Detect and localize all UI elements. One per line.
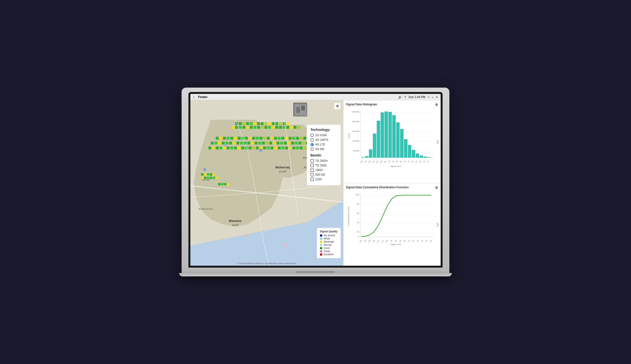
- svg-rect-84: [273, 142, 276, 144]
- svg-rect-179: [400, 129, 404, 158]
- svg-rect-30: [261, 126, 264, 129]
- cdf-nav-right[interactable]: ❯: [436, 222, 439, 227]
- svg-rect-58: [278, 137, 281, 140]
- checkbox-td2600[interactable]: [310, 164, 314, 167]
- tech-3g-label: 3G UMTS: [315, 138, 328, 142]
- svg-rect-12: [253, 122, 256, 125]
- svg-rect-34: [275, 126, 278, 129]
- svg-rect-140: [213, 173, 215, 176]
- svg-text:-49: -49: [426, 160, 429, 163]
- legend-good: Good: [320, 247, 338, 250]
- svg-rect-68: [215, 142, 217, 144]
- laptop-outer:  Finder 🔊 † Sun 1:44 PM ≈ ⌕ ≡: [182, 88, 449, 276]
- cdf-settings-button[interactable]: ⚙: [435, 186, 438, 190]
- band-td2600plus-item[interactable]: TD 2600+: [310, 159, 337, 162]
- svg-text:-135: -135: [363, 240, 366, 243]
- svg-rect-16: [268, 122, 271, 125]
- histogram-nav-right[interactable]: ❯: [436, 139, 439, 144]
- svg-rect-114: [274, 146, 277, 150]
- svg-rect-151: [204, 168, 206, 171]
- band-1800plus-label: 1800+: [315, 168, 324, 172]
- svg-text:-90: -90: [394, 240, 397, 242]
- svg-rect-102: [230, 146, 233, 150]
- cdf-section: Signal Data Cumulative Distribution Func…: [343, 183, 441, 266]
- svg-text:0: 0: [358, 236, 359, 238]
- band-1800plus-item[interactable]: 1800+: [310, 168, 337, 172]
- time-display: Sun 1:44 PM: [408, 96, 425, 99]
- band-800dd-item[interactable]: 800 DD: [310, 173, 337, 176]
- checkbox-1800plus[interactable]: [310, 168, 314, 172]
- svg-text:Muharraq: Muharraq: [275, 166, 290, 169]
- tech-3g-item[interactable]: 3G UMTS: [310, 138, 337, 142]
- radio-2g[interactable]: [310, 134, 314, 137]
- svg-rect-155: [245, 234, 247, 236]
- svg-rect-143: [207, 177, 209, 179]
- svg-text:20: 20: [357, 231, 359, 233]
- svg-rect-181: [408, 145, 411, 158]
- svg-rect-150: [227, 183, 229, 186]
- tech-2g-item[interactable]: 2G GSM: [310, 134, 337, 137]
- svg-text:-110: -110: [380, 240, 384, 243]
- svg-rect-146: [216, 177, 218, 179]
- band-2100-item[interactable]: 2100: [310, 178, 337, 181]
- svg-rect-86: [280, 142, 283, 144]
- svg-rect-15: [264, 122, 267, 125]
- svg-rect-32: [268, 126, 271, 129]
- search-icon[interactable]: ⌕: [432, 96, 434, 99]
- svg-text:50,000: 50,000: [353, 150, 359, 152]
- label-no-service: No service: [324, 234, 335, 237]
- svg-rect-10: [246, 122, 249, 125]
- svg-rect-33: [272, 126, 275, 129]
- svg-rect-117: [285, 146, 288, 150]
- checkbox-800dd[interactable]: [310, 173, 314, 176]
- cdf-chart: 100 80 60 40 20 0: [346, 192, 438, 246]
- svg-text:-85: -85: [399, 240, 402, 242]
- svg-rect-118: [289, 146, 292, 150]
- svg-text:200,000: 200,000: [352, 120, 359, 123]
- svg-text:-50: -50: [429, 240, 432, 242]
- svg-rect-87: [284, 142, 287, 144]
- map-settings-button[interactable]: ⚙: [334, 103, 341, 110]
- svg-text:-55: -55: [425, 240, 428, 242]
- menu-bar:  Finder 🔊 † Sun 1:44 PM ≈ ⌕ ≡: [190, 94, 441, 100]
- legend-no-service: No service: [320, 234, 338, 237]
- svg-rect-174: [381, 112, 384, 158]
- svg-text:-109: -109: [379, 160, 382, 164]
- svg-text:-80: -80: [403, 240, 406, 242]
- radio-3g[interactable]: [310, 138, 314, 142]
- svg-rect-99: [219, 146, 222, 150]
- svg-rect-178: [396, 122, 400, 158]
- svg-rect-137: [204, 173, 206, 176]
- svg-text:-120: -120: [372, 240, 375, 243]
- svg-text:-95: -95: [390, 240, 393, 242]
- checkbox-td2600plus[interactable]: [310, 159, 314, 162]
- list-icon[interactable]: ≡: [436, 96, 438, 99]
- svg-rect-171: [369, 150, 372, 158]
- svg-text:-129: -129: [367, 160, 371, 164]
- tech-4g-item[interactable]: 4G LTE: [310, 143, 337, 146]
- app-name: Finder: [198, 95, 208, 99]
- svg-text:Cumulative Sum of Count: Cumulative Sum of Count: [348, 206, 349, 226]
- svg-rect-54: [263, 137, 266, 140]
- histogram-settings-button[interactable]: ⚙: [435, 103, 438, 106]
- svg-rect-169: [361, 157, 365, 158]
- svg-text:40: 40: [357, 222, 359, 224]
- svg-rect-172: [373, 134, 376, 158]
- svg-rect-152: [260, 149, 262, 151]
- checkbox-2100[interactable]: [310, 178, 314, 181]
- radio-5g[interactable]: [310, 148, 314, 151]
- svg-rect-121: [300, 146, 303, 150]
- radio-4g[interactable]: [310, 143, 314, 146]
- svg-rect-185: [424, 156, 427, 158]
- svg-rect-89: [291, 142, 294, 144]
- svg-rect-29: [257, 126, 260, 129]
- legend-weak: Weak: [320, 237, 338, 240]
- svg-rect-96: [208, 146, 211, 150]
- svg-rect-2: [296, 107, 300, 113]
- band-td2600-item[interactable]: TD 2600: [310, 164, 337, 167]
- tech-5g-item[interactable]: 5G NR: [310, 148, 337, 151]
- svg-rect-108: [252, 146, 255, 150]
- band-td2600plus-label: TD 2600+: [315, 159, 328, 162]
- svg-text:-140: -140: [359, 240, 362, 243]
- dot-excellent: [320, 253, 322, 256]
